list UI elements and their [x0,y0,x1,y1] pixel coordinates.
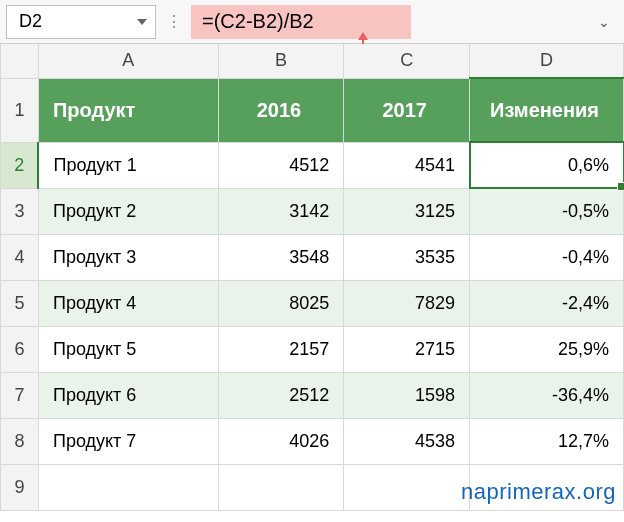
cell[interactable]: Продукт 1 [38,142,218,188]
table-row: 2 Продукт 1 4512 4541 0,6% [1,142,624,188]
cell[interactable]: -36,4% [470,372,624,418]
col-header-a[interactable]: A [38,44,218,78]
cell[interactable]: Продукт 3 [38,234,218,280]
header-product[interactable]: Продукт [38,78,218,142]
grid-table: A B C D 1 Продукт 2016 2017 Изменения 2 … [0,44,624,511]
table-row: 4 Продукт 3 3548 3535 -0,4% [1,234,624,280]
cell[interactable]: -0,5% [470,188,624,234]
cell[interactable]: 4541 [344,142,470,188]
dots-separator-icon: ⋮ [164,19,183,25]
row-header[interactable]: 2 [1,142,39,188]
name-box[interactable]: D2 [6,5,156,39]
cell[interactable]: 2715 [344,326,470,372]
cell[interactable] [218,464,344,510]
cell[interactable]: 4512 [218,142,344,188]
cell[interactable]: 4538 [344,418,470,464]
cell[interactable]: 3125 [344,188,470,234]
cell[interactable]: 8025 [218,280,344,326]
cell[interactable]: -2,4% [470,280,624,326]
cell[interactable]: Продукт 7 [38,418,218,464]
row-header[interactable]: 6 [1,326,39,372]
cell[interactable]: Продукт 2 [38,188,218,234]
table-row: 8 Продукт 7 4026 4538 12,7% [1,418,624,464]
row-header[interactable]: 7 [1,372,39,418]
cell[interactable]: 3142 [218,188,344,234]
cell[interactable]: 1598 [344,372,470,418]
cell[interactable]: 7829 [344,280,470,326]
cell[interactable]: Продукт 6 [38,372,218,418]
cell[interactable]: -0,4% [470,234,624,280]
row-header[interactable]: 4 [1,234,39,280]
col-header-d[interactable]: D [470,44,624,78]
table-row: 5 Продукт 4 8025 7829 -2,4% [1,280,624,326]
header-2016[interactable]: 2016 [218,78,344,142]
formula-text: =(C2-B2)/B2 [202,10,314,33]
table-row: 1 Продукт 2016 2017 Изменения [1,78,624,142]
watermark: naprimerax.org [461,479,616,505]
col-header-c[interactable]: C [344,44,470,78]
cell[interactable] [38,464,218,510]
table-row: 6 Продукт 5 2157 2715 25,9% [1,326,624,372]
formula-input[interactable]: =(C2-B2)/B2 [191,5,411,39]
header-2017[interactable]: 2017 [344,78,470,142]
cell[interactable]: Продукт 4 [38,280,218,326]
header-change[interactable]: Изменения [470,78,624,142]
row-header[interactable]: 1 [1,78,39,142]
row-header[interactable]: 3 [1,188,39,234]
expand-formula-bar-icon[interactable]: ⌄ [590,14,618,30]
cell[interactable]: 25,9% [470,326,624,372]
row-header[interactable]: 8 [1,418,39,464]
cell[interactable]: 12,7% [470,418,624,464]
active-cell[interactable]: 0,6% [470,142,624,188]
name-box-value: D2 [19,11,42,32]
table-row: 3 Продукт 2 3142 3125 -0,5% [1,188,624,234]
cell[interactable]: 2157 [218,326,344,372]
cell[interactable]: 2512 [218,372,344,418]
chevron-down-icon[interactable] [137,19,147,25]
col-header-b[interactable]: B [218,44,344,78]
cell[interactable]: 4026 [218,418,344,464]
formula-bar: D2 ⋮ =(C2-B2)/B2 ⌄ [0,0,624,44]
cell[interactable]: Продукт 5 [38,326,218,372]
cell[interactable]: 3548 [218,234,344,280]
cell[interactable] [344,464,470,510]
spreadsheet-grid: A B C D 1 Продукт 2016 2017 Изменения 2 … [0,44,624,511]
row-header[interactable]: 5 [1,280,39,326]
cell[interactable]: 3535 [344,234,470,280]
row-header[interactable]: 9 [1,464,39,510]
column-headers-row: A B C D [1,44,624,78]
select-all-corner[interactable] [1,44,39,78]
table-row: 7 Продукт 6 2512 1598 -36,4% [1,372,624,418]
